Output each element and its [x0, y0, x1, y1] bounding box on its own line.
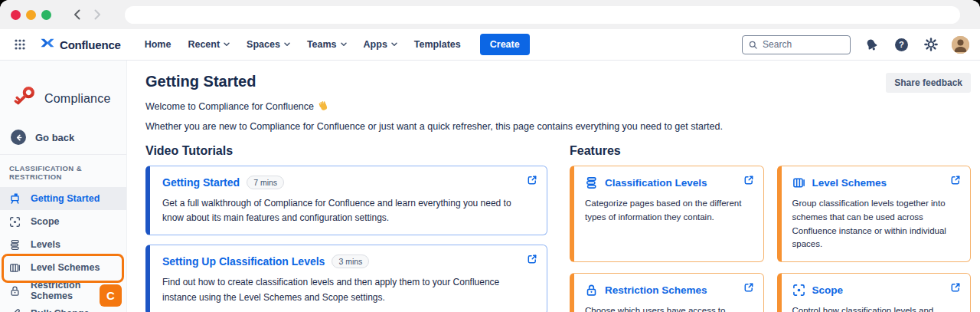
external-link-icon[interactable]: [950, 282, 961, 296]
svg-text:?: ?: [899, 40, 904, 49]
feature-card-description: Choose which users have access to differ…: [585, 304, 753, 312]
search-input[interactable]: [763, 39, 844, 50]
features-section: Features Classification Levels Categoriz…: [570, 144, 971, 312]
external-link-icon[interactable]: [950, 175, 961, 189]
welcome-text: Welcome to Compliance for Confluence: [145, 100, 971, 112]
feature-card-scope[interactable]: Scope Control how classification levels …: [777, 273, 972, 312]
feature-card-title[interactable]: Restriction Schemes: [605, 284, 707, 296]
scope-icon: [792, 284, 805, 297]
classification-levels-icon: [585, 176, 598, 189]
levels-icon: [9, 239, 21, 251]
chevron-down-icon: [341, 42, 347, 47]
browser-chrome: [0, 0, 980, 29]
sidebar-divider: [0, 154, 126, 155]
user-avatar[interactable]: [952, 36, 969, 54]
browser-back-button[interactable]: [71, 8, 83, 21]
primary-nav: Home Recent Spaces Teams Apps Templates: [138, 34, 468, 54]
duration-badge: 7 mins: [247, 176, 284, 189]
main-content: Getting Started Share feedback Welcome t…: [127, 61, 980, 312]
chevron-down-icon: [284, 42, 290, 47]
intro-text: Whether you are new to Compliance for Co…: [145, 121, 971, 132]
level-schemes-icon: [9, 262, 21, 274]
video-card-description: Find out how to create classification le…: [162, 275, 534, 304]
external-link-icon[interactable]: [527, 254, 537, 268]
confluence-logo-icon: [40, 37, 55, 52]
product-name: Confluence: [60, 38, 121, 51]
level-schemes-icon: [792, 176, 805, 189]
app-switcher-icon[interactable]: [11, 35, 29, 54]
settings-gear-icon[interactable]: [922, 35, 940, 54]
window-controls: [11, 10, 51, 20]
video-tutorials-heading: Video Tutorials: [145, 144, 547, 158]
zoom-window-button[interactable]: [41, 10, 51, 20]
browser-window: Confluence Home Recent Spaces Teams Apps…: [0, 0, 980, 312]
nav-item-templates[interactable]: Templates: [407, 34, 468, 54]
video-tutorials-section: Video Tutorials Getting Started 7 mins G…: [145, 144, 547, 312]
feature-card-description: Control how classification levels and pa…: [792, 304, 960, 312]
nav-item-recent[interactable]: Recent: [181, 34, 237, 54]
feature-card-level-schemes[interactable]: Level Schemes Group classification level…: [777, 166, 972, 262]
feature-card-classification-levels[interactable]: Classification Levels Categorize pages b…: [570, 166, 764, 262]
nav-item-home[interactable]: Home: [138, 34, 178, 54]
page-title: Getting Started: [145, 73, 256, 90]
chevron-down-icon: [391, 42, 397, 47]
confluence-home-link[interactable]: Confluence: [40, 37, 121, 52]
external-link-icon[interactable]: [743, 175, 754, 189]
go-back-button[interactable]: Go back: [0, 126, 126, 148]
sidebar-item-getting-started[interactable]: Getting Started: [0, 187, 126, 210]
video-card-title[interactable]: Setting Up Classification Levels: [162, 255, 325, 268]
feature-card-restriction-schemes[interactable]: Restriction Schemes Choose which users h…: [570, 273, 764, 312]
compliance-app-header: Compliance: [0, 77, 126, 120]
sidebar-item-levels[interactable]: Levels: [0, 233, 126, 256]
easel-icon: [9, 193, 21, 205]
pencil-icon: [9, 308, 21, 312]
lock-icon: [9, 285, 21, 297]
feature-card-title[interactable]: Classification Levels: [605, 177, 707, 189]
feature-card-title[interactable]: Scope: [812, 284, 844, 296]
feature-card-description: Group classification levels together int…: [792, 197, 960, 251]
create-button[interactable]: Create: [480, 34, 530, 55]
video-card-description: Get a full walkthrough of Compliance for…: [162, 196, 534, 225]
nav-item-apps[interactable]: Apps: [357, 34, 404, 54]
address-bar[interactable]: [125, 6, 960, 24]
video-card-getting-started[interactable]: Getting Started 7 mins Get a full walkth…: [145, 166, 547, 235]
feature-card-description: Categorize pages based on the different …: [585, 197, 753, 225]
annotation-label-badge: C: [100, 284, 122, 307]
wave-emoji: [318, 100, 329, 112]
features-heading: Features: [570, 144, 971, 158]
help-icon[interactable]: ?: [892, 35, 910, 54]
minimize-window-button[interactable]: [26, 10, 36, 20]
external-link-icon[interactable]: [743, 282, 754, 296]
external-link-icon[interactable]: [527, 175, 537, 189]
sidebar: Compliance Go back CLASSIFICATION & REST…: [0, 61, 127, 312]
sidebar-item-level-schemes[interactable]: Level Schemes: [0, 256, 126, 279]
share-feedback-button[interactable]: Share feedback: [886, 73, 971, 93]
app-name: Compliance: [44, 92, 110, 106]
sidebar-item-scope[interactable]: Scope: [0, 210, 126, 233]
arrow-left-icon: [11, 130, 26, 145]
duration-badge: 3 mins: [332, 255, 369, 268]
compliance-key-icon: [9, 83, 38, 115]
nav-item-teams[interactable]: Teams: [300, 34, 354, 54]
search-icon: [749, 40, 757, 50]
video-card-setting-up-levels[interactable]: Setting Up Classification Levels 3 mins …: [145, 245, 547, 312]
video-card-title[interactable]: Getting Started: [162, 176, 240, 189]
notifications-bell-icon[interactable]: [862, 35, 880, 54]
app-navbar: Confluence Home Recent Spaces Teams Apps…: [0, 29, 980, 61]
nav-item-spaces[interactable]: Spaces: [240, 34, 297, 54]
lock-icon: [585, 284, 598, 297]
feature-card-title[interactable]: Level Schemes: [812, 177, 887, 189]
search-box[interactable]: [742, 35, 851, 54]
browser-forward-button[interactable]: [91, 8, 103, 21]
close-window-button[interactable]: [11, 10, 21, 20]
scope-icon: [9, 216, 21, 228]
chevron-down-icon: [224, 42, 230, 47]
sidebar-section-label: CLASSIFICATION & RESTRICTION: [9, 164, 117, 181]
